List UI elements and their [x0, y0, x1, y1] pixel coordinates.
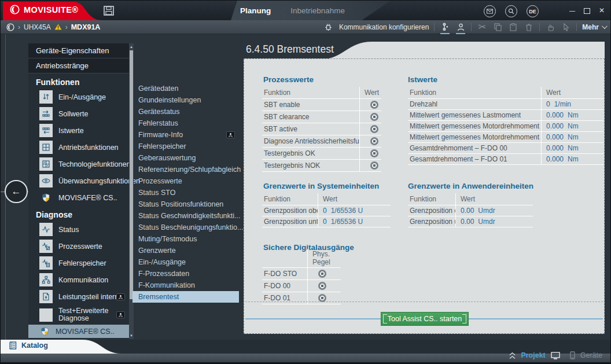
submenu-item[interactable]: Bremsentest — [132, 291, 239, 303]
configure-connection-icon[interactable] — [440, 22, 450, 32]
cut-icon[interactable]: ✂ — [477, 22, 487, 32]
column-header: Wert — [455, 193, 533, 205]
minimize-icon[interactable] — [569, 5, 575, 16]
collapse-sidebar-button[interactable]: ← — [5, 180, 28, 203]
column-header: Funktion — [262, 87, 359, 98]
sidebar-item-label: Kommunikation — [58, 276, 108, 284]
row-label: Gesamtdrehmoment – F-DO 01 — [408, 154, 541, 164]
search-icon[interactable] — [505, 5, 517, 17]
tool-assist-start-button[interactable]: Tool Assist CS.. starten — [381, 312, 469, 326]
breadcrumb-device-uhx45a[interactable]: UHX45A — [24, 23, 51, 31]
submenu-item[interactable]: Gerätestatus — [132, 106, 239, 117]
submenu-item[interactable]: Muting/Testmodus — [132, 233, 239, 245]
sidebar-header-0[interactable]: Geräte-Eigenschaften — [28, 43, 129, 58]
submenu-item[interactable]: Fehlerstatus — [132, 117, 239, 129]
configure-communication-icon[interactable] — [323, 22, 334, 32]
monitor-icon[interactable] — [551, 352, 560, 359]
submenu-item[interactable]: Status Beschleunigungsfunktio... — [132, 222, 239, 233]
sidebar-item[interactable]: Test+ErweiterteDiagnose — [28, 305, 129, 325]
device-icon[interactable] — [570, 351, 575, 359]
sidebar-item[interactable]: Überwachungsfunktionen — [28, 172, 129, 189]
submenu-item[interactable]: F-Prozessdaten — [132, 268, 239, 280]
submenu-list: GerätedatenGrundeinstellungenGerätestatu… — [132, 83, 239, 303]
table-row: Grenzposition unten01/65536 U — [262, 216, 391, 227]
submenu-item[interactable]: Ein-/Ausgänge — [132, 256, 239, 268]
paste-icon[interactable] — [508, 22, 518, 32]
sidebar-item[interactable]: Leistungsteil intern — [28, 288, 129, 305]
user-icon[interactable] — [455, 22, 466, 32]
submenu-item[interactable]: Grundeinstellungen — [132, 94, 239, 106]
table-header-row: FunktionWert — [408, 87, 603, 99]
status-indicator-cell — [359, 99, 381, 111]
copy-icon[interactable] — [492, 22, 503, 32]
tab-inbetriebnahme[interactable]: Inbetriebnahme — [290, 6, 345, 15]
sidebar-item[interactable]: Status — [28, 221, 129, 238]
value-number: 0.000 — [546, 111, 564, 119]
scroll-down-icon[interactable]: ▼ — [129, 333, 134, 339]
cursor-icon[interactable] — [561, 22, 571, 32]
katalog-tab[interactable]: Katalog — [9, 341, 48, 350]
breadcrumb-device-mdx91a[interactable]: MDX91A — [71, 23, 101, 31]
save-icon[interactable] — [104, 6, 114, 16]
table-header-row: FunktionWert — [408, 193, 533, 205]
scroll-up-icon[interactable]: ▲ — [129, 44, 134, 50]
submenu-item[interactable]: Prozesswerte — [132, 175, 239, 187]
sidebar-item[interactable]: Sollwerte — [28, 105, 129, 122]
inputs-outputs-icon — [39, 90, 53, 104]
row-label: Gesamtdrehmoment – F-DO 00 — [408, 143, 541, 153]
communication-icon — [39, 273, 53, 286]
sidebar-item[interactable]: Ein-/Ausgänge — [28, 89, 129, 105]
language-button[interactable]: DE — [527, 5, 539, 17]
message-icon[interactable] — [484, 5, 496, 17]
submenu-item[interactable]: Gerätedaten — [132, 83, 239, 94]
submenu-item[interactable]: Status Geschwindigkeitsfunkti... — [132, 210, 239, 222]
more-button[interactable]: Mehr — [582, 23, 606, 31]
sidebar-item[interactable]: Antriebsfunktionen — [28, 139, 129, 156]
submenu-item[interactable]: Firmware-Info — [132, 129, 239, 141]
sidebar-item[interactable]: Prozesswerte — [28, 238, 129, 255]
sidebar-item[interactable]: Istwerte — [28, 122, 129, 139]
title-bar: MOVISUITE® Planung Inbetriebnahme DE — [1, 1, 611, 20]
actual-values-icon — [39, 124, 53, 137]
close-icon[interactable] — [599, 5, 605, 16]
breadcrumb-toolbar: › UHX45A › MDX91A Kommunikation konfigur… — [1, 20, 611, 34]
submenu-item[interactable]: Status STO — [132, 187, 239, 198]
breadcrumb-separator: › — [65, 23, 68, 31]
submenu-item[interactable]: Referenzierung/Schlupfabgleich — [132, 164, 239, 175]
sidebar-item[interactable]: MOVISAFE® CS.. — [28, 325, 129, 338]
bottom-right-cluster: Projekt Geräte — [509, 350, 602, 361]
toolbar-divider — [539, 23, 540, 31]
submenu-item[interactable]: Geberauswertung — [132, 152, 239, 164]
sidebar-header-1[interactable]: Antriebsstränge — [28, 58, 129, 73]
submenu-item[interactable]: Status Positionsfunktionen — [132, 198, 239, 210]
projekt-tab-label[interactable]: Projekt — [521, 351, 545, 359]
content-curve-shape — [322, 42, 605, 59]
maximize-icon[interactable] — [584, 8, 590, 14]
drive-functions-icon — [39, 141, 53, 154]
tab-planung[interactable]: Planung — [240, 6, 271, 15]
hand-icon[interactable] — [545, 22, 555, 32]
value-number: 0.000 — [546, 122, 564, 130]
row-label: SBT active — [262, 123, 359, 135]
power-section-icon — [39, 290, 53, 303]
table-row: Grenzposition oben0.00Umdr — [408, 205, 533, 216]
breadcrumb-separator: › — [18, 23, 20, 31]
table-row: Drehzahl01/min — [408, 99, 603, 110]
submenu-item[interactable]: Fehlerspeicher — [132, 141, 239, 152]
delete-icon[interactable] — [524, 22, 534, 32]
expand-panel-icon[interactable] — [509, 352, 516, 359]
column-header: Funktion — [408, 193, 455, 205]
submenu-item[interactable]: F-Kommunikation — [132, 280, 239, 291]
sew-logo-icon[interactable] — [6, 23, 14, 31]
submenu-item[interactable]: Grenzwerte — [132, 245, 239, 256]
table-grenzwerte-anwender: FunktionWertGrenzposition oben0.00UmdrGr… — [408, 193, 533, 227]
value-number: 0 — [323, 218, 327, 226]
value-cell: 0.000Nm — [541, 154, 603, 164]
sidebar-item[interactable]: Fehlerspeicher — [28, 255, 129, 271]
geraete-tab-label[interactable]: Geräte — [580, 351, 602, 359]
sidebar-item[interactable]: MOVISAFE® CS.. — [28, 189, 129, 206]
sidebar-item[interactable]: Kommunikation — [28, 271, 129, 288]
warning-icon — [54, 24, 62, 30]
configure-communication-label[interactable]: Kommunikation konfigurieren — [339, 23, 429, 31]
sidebar-item[interactable]: Technologiefunktionen — [28, 156, 129, 172]
